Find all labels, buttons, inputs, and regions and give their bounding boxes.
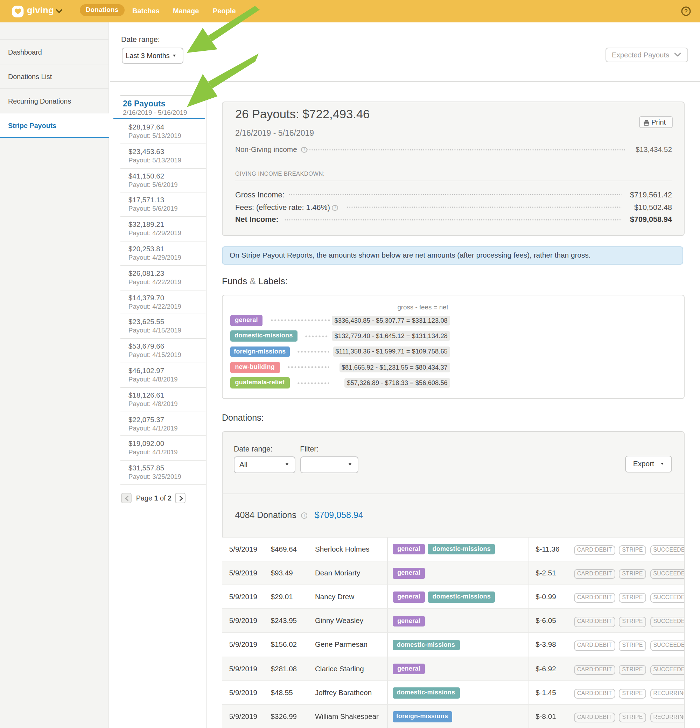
svg-text:?: ?	[684, 8, 688, 15]
